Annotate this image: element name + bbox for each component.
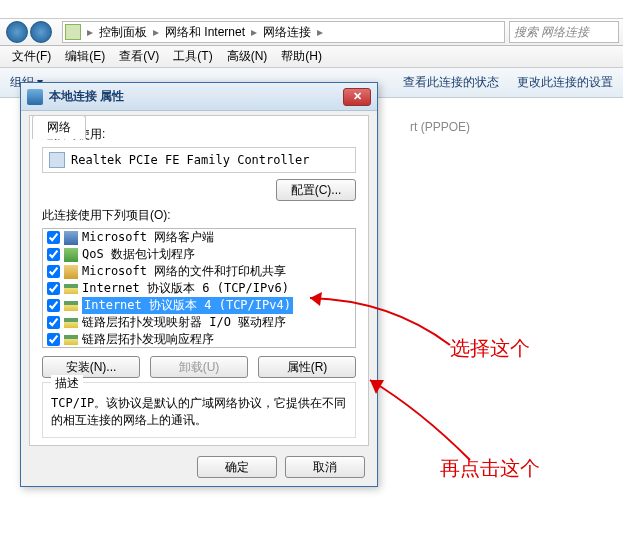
chevron-right-icon: ▸ bbox=[249, 25, 259, 39]
nav-forward-button[interactable] bbox=[30, 21, 52, 43]
close-button[interactable]: ✕ bbox=[343, 88, 371, 106]
toolbar-change-settings[interactable]: 更改此连接的设置 bbox=[517, 74, 613, 91]
annotation-select-this: 选择这个 bbox=[450, 335, 530, 362]
item-label: Internet 协议版本 6 (TCP/IPv6) bbox=[82, 280, 289, 297]
protocol-icon bbox=[64, 301, 78, 311]
item-checkbox[interactable] bbox=[47, 299, 60, 312]
chevron-right-icon: ▸ bbox=[315, 25, 325, 39]
item-label: QoS 数据包计划程序 bbox=[82, 246, 195, 263]
protocol-icon bbox=[64, 284, 78, 294]
breadcrumb-seg[interactable]: 控制面板 bbox=[95, 24, 151, 41]
item-checkbox[interactable] bbox=[47, 231, 60, 244]
description-legend: 描述 bbox=[51, 375, 83, 392]
adapter-field: Realtek PCIe FE Family Controller bbox=[42, 147, 356, 173]
menu-advanced[interactable]: 高级(N) bbox=[221, 46, 274, 67]
dialog-title: 本地连接 属性 bbox=[49, 88, 343, 105]
protocol-icon bbox=[64, 318, 78, 328]
list-item[interactable]: 链路层拓扑发现响应程序 bbox=[43, 331, 355, 348]
item-label: Microsoft 网络客户端 bbox=[82, 229, 214, 246]
item-checkbox[interactable] bbox=[47, 265, 60, 278]
network-adapter-icon bbox=[27, 89, 43, 105]
list-item[interactable]: Microsoft 网络客户端 bbox=[43, 229, 355, 246]
list-item[interactable]: Internet 协议版本 6 (TCP/IPv6) bbox=[43, 280, 355, 297]
protocol-icon bbox=[64, 265, 78, 279]
annotation-then-click: 再点击这个 bbox=[440, 455, 540, 482]
search-placeholder: 搜索 网络连接 bbox=[514, 24, 589, 41]
chevron-right-icon: ▸ bbox=[151, 25, 161, 39]
uninstall-button: 卸载(U) bbox=[150, 356, 248, 378]
breadcrumb-path[interactable]: ▸ 控制面板 ▸ 网络和 Internet ▸ 网络连接 ▸ bbox=[62, 21, 505, 43]
ok-button[interactable]: 确定 bbox=[197, 456, 277, 478]
control-panel-icon bbox=[65, 24, 81, 40]
item-checkbox[interactable] bbox=[47, 282, 60, 295]
protocol-icon bbox=[64, 248, 78, 262]
list-item[interactable]: Microsoft 网络的文件和打印机共享 bbox=[43, 263, 355, 280]
adapter-name: Realtek PCIe FE Family Controller bbox=[71, 153, 309, 167]
protocol-icon bbox=[64, 335, 78, 345]
properties-button[interactable]: 属性(R) bbox=[258, 356, 356, 378]
description-text: TCP/IP。该协议是默认的广域网络协议，它提供在不同的相互连接的网络上的通讯。 bbox=[51, 395, 347, 429]
menu-bar: 文件(F) 编辑(E) 查看(V) 工具(T) 高级(N) 帮助(H) bbox=[0, 46, 623, 68]
breadcrumb-seg[interactable]: 网络连接 bbox=[259, 24, 315, 41]
description-group: 描述 TCP/IP。该协议是默认的广域网络协议，它提供在不同的相互连接的网络上的… bbox=[42, 382, 356, 438]
properties-dialog: 本地连接 属性 ✕ 网络 连接时使用: Realtek PCIe FE Fami… bbox=[20, 82, 378, 487]
cancel-button[interactable]: 取消 bbox=[285, 456, 365, 478]
adapter-icon bbox=[49, 152, 65, 168]
item-label: 链路层拓扑发现映射器 I/O 驱动程序 bbox=[82, 314, 286, 331]
menu-tools[interactable]: 工具(T) bbox=[167, 46, 218, 67]
chevron-right-icon: ▸ bbox=[85, 25, 95, 39]
dialog-body: 网络 连接时使用: Realtek PCIe FE Family Control… bbox=[29, 115, 369, 446]
menu-help[interactable]: 帮助(H) bbox=[275, 46, 328, 67]
search-input[interactable]: 搜索 网络连接 bbox=[509, 21, 619, 43]
menu-view[interactable]: 查看(V) bbox=[113, 46, 165, 67]
dialog-titlebar[interactable]: 本地连接 属性 ✕ bbox=[21, 83, 377, 111]
item-label: Internet 协议版本 4 (TCP/IPv4) bbox=[82, 297, 293, 314]
item-checkbox[interactable] bbox=[47, 333, 60, 346]
bg-connection-label: rt (PPPOE) bbox=[410, 120, 470, 134]
nav-back-button[interactable] bbox=[6, 21, 28, 43]
menu-file[interactable]: 文件(F) bbox=[6, 46, 57, 67]
tab-network[interactable]: 网络 bbox=[32, 115, 86, 139]
list-item[interactable]: 链路层拓扑发现映射器 I/O 驱动程序 bbox=[43, 314, 355, 331]
item-label: 链路层拓扑发现响应程序 bbox=[82, 331, 214, 348]
items-label: 此连接使用下列项目(O): bbox=[42, 207, 356, 224]
list-item[interactable]: QoS 数据包计划程序 bbox=[43, 246, 355, 263]
menu-edit[interactable]: 编辑(E) bbox=[59, 46, 111, 67]
configure-button[interactable]: 配置(C)... bbox=[276, 179, 356, 201]
protocol-icon bbox=[64, 231, 78, 245]
connect-using-label: 连接时使用: bbox=[42, 126, 356, 143]
items-listbox[interactable]: Microsoft 网络客户端QoS 数据包计划程序Microsoft 网络的文… bbox=[42, 228, 356, 348]
list-item[interactable]: Internet 协议版本 4 (TCP/IPv4) bbox=[43, 297, 355, 314]
breadcrumb-bar: ▸ 控制面板 ▸ 网络和 Internet ▸ 网络连接 ▸ 搜索 网络连接 bbox=[0, 18, 623, 46]
item-label: Microsoft 网络的文件和打印机共享 bbox=[82, 263, 286, 280]
item-checkbox[interactable] bbox=[47, 316, 60, 329]
breadcrumb-seg[interactable]: 网络和 Internet bbox=[161, 24, 249, 41]
toolbar-view-status[interactable]: 查看此连接的状态 bbox=[403, 74, 499, 91]
item-checkbox[interactable] bbox=[47, 248, 60, 261]
